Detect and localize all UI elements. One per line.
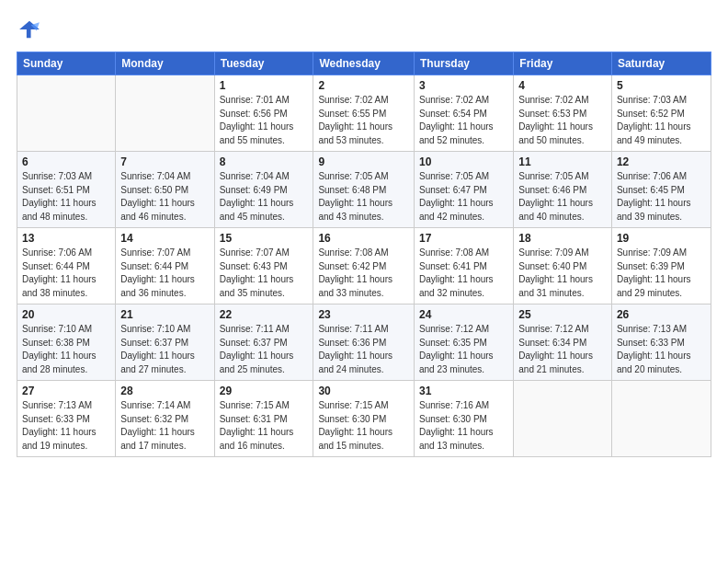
day-info: Sunrise: 7:04 AM Sunset: 6:50 PM Dayligh… [120, 170, 209, 224]
day-info: Sunrise: 7:08 AM Sunset: 6:42 PM Dayligh… [318, 247, 409, 300]
day-info: Sunrise: 7:05 AM Sunset: 6:48 PM Dayligh… [318, 170, 409, 224]
day-info: Sunrise: 7:06 AM Sunset: 6:44 PM Dayligh… [22, 247, 110, 300]
day-info: Sunrise: 7:03 AM Sunset: 6:52 PM Dayligh… [617, 94, 706, 147]
calendar-week-row: 20Sunrise: 7:10 AM Sunset: 6:38 PM Dayli… [17, 304, 711, 381]
logo-icon [17, 17, 42, 42]
calendar-cell: 10Sunrise: 7:05 AM Sunset: 6:47 PM Dayli… [414, 152, 513, 228]
day-info: Sunrise: 7:12 AM Sunset: 6:35 PM Dayligh… [419, 323, 508, 376]
day-number: 19 [617, 232, 706, 245]
day-of-week-header: Sunday [17, 52, 116, 75]
day-of-week-header: Wednesday [313, 52, 415, 75]
day-number: 3 [419, 79, 508, 92]
calendar-cell: 11Sunrise: 7:05 AM Sunset: 6:46 PM Dayli… [514, 152, 612, 228]
day-number: 1 [220, 79, 309, 92]
day-number: 10 [419, 155, 508, 168]
calendar-cell: 15Sunrise: 7:07 AM Sunset: 6:43 PM Dayli… [214, 228, 313, 304]
day-info: Sunrise: 7:07 AM Sunset: 6:43 PM Dayligh… [220, 247, 309, 300]
day-info: Sunrise: 7:13 AM Sunset: 6:33 PM Dayligh… [22, 399, 110, 453]
calendar-cell: 20Sunrise: 7:10 AM Sunset: 6:38 PM Dayli… [17, 304, 116, 381]
calendar-cell: 5Sunrise: 7:03 AM Sunset: 6:52 PM Daylig… [611, 75, 711, 152]
day-info: Sunrise: 7:04 AM Sunset: 6:49 PM Dayligh… [220, 170, 309, 224]
day-number: 24 [419, 308, 508, 321]
day-number: 29 [220, 385, 309, 397]
calendar-cell: 31Sunrise: 7:16 AM Sunset: 6:30 PM Dayli… [414, 381, 513, 457]
calendar-table: SundayMondayTuesdayWednesdayThursdayFrid… [17, 52, 711, 457]
calendar-cell: 28Sunrise: 7:14 AM Sunset: 6:32 PM Dayli… [116, 381, 214, 457]
logo [17, 17, 46, 42]
calendar-week-row: 13Sunrise: 7:06 AM Sunset: 6:44 PM Dayli… [17, 228, 711, 304]
day-info: Sunrise: 7:02 AM Sunset: 6:54 PM Dayligh… [419, 94, 508, 147]
day-number: 23 [318, 308, 409, 321]
calendar-week-row: 1Sunrise: 7:01 AM Sunset: 6:56 PM Daylig… [17, 75, 711, 152]
calendar-cell: 23Sunrise: 7:11 AM Sunset: 6:36 PM Dayli… [313, 304, 415, 381]
calendar-cell: 27Sunrise: 7:13 AM Sunset: 6:33 PM Dayli… [17, 381, 116, 457]
header-row: SundayMondayTuesdayWednesdayThursdayFrid… [17, 52, 711, 75]
day-number: 12 [617, 155, 706, 168]
calendar-header: SundayMondayTuesdayWednesdayThursdayFrid… [17, 52, 711, 75]
day-info: Sunrise: 7:03 AM Sunset: 6:51 PM Dayligh… [22, 170, 110, 224]
day-number: 5 [617, 79, 706, 92]
day-number: 7 [120, 155, 209, 168]
day-number: 6 [22, 155, 110, 168]
calendar-cell: 16Sunrise: 7:08 AM Sunset: 6:42 PM Dayli… [313, 228, 415, 304]
calendar-cell: 12Sunrise: 7:06 AM Sunset: 6:45 PM Dayli… [611, 152, 711, 228]
day-info: Sunrise: 7:06 AM Sunset: 6:45 PM Dayligh… [617, 170, 706, 224]
calendar-cell: 19Sunrise: 7:09 AM Sunset: 6:39 PM Dayli… [611, 228, 711, 304]
calendar-cell: 3Sunrise: 7:02 AM Sunset: 6:54 PM Daylig… [414, 75, 513, 152]
day-info: Sunrise: 7:12 AM Sunset: 6:34 PM Dayligh… [518, 323, 607, 376]
day-number: 2 [318, 79, 409, 92]
day-info: Sunrise: 7:15 AM Sunset: 6:31 PM Dayligh… [220, 399, 309, 453]
calendar-cell: 21Sunrise: 7:10 AM Sunset: 6:37 PM Dayli… [116, 304, 214, 381]
day-info: Sunrise: 7:05 AM Sunset: 6:46 PM Dayligh… [518, 170, 607, 224]
calendar-cell [514, 381, 612, 457]
day-number: 22 [220, 308, 309, 321]
day-number: 20 [22, 308, 110, 321]
calendar-week-row: 6Sunrise: 7:03 AM Sunset: 6:51 PM Daylig… [17, 152, 711, 228]
calendar-cell: 30Sunrise: 7:15 AM Sunset: 6:30 PM Dayli… [313, 381, 415, 457]
day-of-week-header: Saturday [611, 52, 711, 75]
calendar-cell: 24Sunrise: 7:12 AM Sunset: 6:35 PM Dayli… [414, 304, 513, 381]
day-number: 8 [220, 155, 309, 168]
calendar-cell: 8Sunrise: 7:04 AM Sunset: 6:49 PM Daylig… [214, 152, 313, 228]
day-number: 28 [120, 385, 209, 397]
day-of-week-header: Friday [514, 52, 612, 75]
day-info: Sunrise: 7:02 AM Sunset: 6:55 PM Dayligh… [318, 94, 409, 147]
header [17, 17, 711, 42]
day-info: Sunrise: 7:08 AM Sunset: 6:41 PM Dayligh… [419, 247, 508, 300]
calendar-cell: 17Sunrise: 7:08 AM Sunset: 6:41 PM Dayli… [414, 228, 513, 304]
day-info: Sunrise: 7:14 AM Sunset: 6:32 PM Dayligh… [120, 399, 209, 453]
calendar-cell [611, 381, 711, 457]
day-number: 25 [518, 308, 607, 321]
calendar-cell [116, 75, 214, 152]
calendar-cell [17, 75, 116, 152]
day-info: Sunrise: 7:13 AM Sunset: 6:33 PM Dayligh… [617, 323, 706, 376]
day-info: Sunrise: 7:01 AM Sunset: 6:56 PM Dayligh… [220, 94, 309, 147]
day-of-week-header: Monday [116, 52, 214, 75]
day-number: 27 [22, 385, 110, 397]
day-info: Sunrise: 7:11 AM Sunset: 6:36 PM Dayligh… [318, 323, 409, 376]
calendar-cell: 7Sunrise: 7:04 AM Sunset: 6:50 PM Daylig… [116, 152, 214, 228]
day-number: 9 [318, 155, 409, 168]
day-info: Sunrise: 7:10 AM Sunset: 6:37 PM Dayligh… [120, 323, 209, 376]
day-info: Sunrise: 7:02 AM Sunset: 6:53 PM Dayligh… [518, 94, 607, 147]
calendar-cell: 14Sunrise: 7:07 AM Sunset: 6:44 PM Dayli… [116, 228, 214, 304]
calendar-cell: 26Sunrise: 7:13 AM Sunset: 6:33 PM Dayli… [611, 304, 711, 381]
page: SundayMondayTuesdayWednesdayThursdayFrid… [0, 0, 728, 563]
calendar-cell: 29Sunrise: 7:15 AM Sunset: 6:31 PM Dayli… [214, 381, 313, 457]
day-number: 17 [419, 232, 508, 245]
day-number: 15 [220, 232, 309, 245]
day-info: Sunrise: 7:16 AM Sunset: 6:30 PM Dayligh… [419, 399, 508, 453]
day-of-week-header: Thursday [414, 52, 513, 75]
calendar-cell: 9Sunrise: 7:05 AM Sunset: 6:48 PM Daylig… [313, 152, 415, 228]
calendar-cell: 6Sunrise: 7:03 AM Sunset: 6:51 PM Daylig… [17, 152, 116, 228]
calendar-cell: 13Sunrise: 7:06 AM Sunset: 6:44 PM Dayli… [17, 228, 116, 304]
day-of-week-header: Tuesday [214, 52, 313, 75]
day-number: 4 [518, 79, 607, 92]
day-info: Sunrise: 7:10 AM Sunset: 6:38 PM Dayligh… [22, 323, 110, 376]
calendar-cell: 25Sunrise: 7:12 AM Sunset: 6:34 PM Dayli… [514, 304, 612, 381]
day-info: Sunrise: 7:05 AM Sunset: 6:47 PM Dayligh… [419, 170, 508, 224]
calendar-cell: 2Sunrise: 7:02 AM Sunset: 6:55 PM Daylig… [313, 75, 415, 152]
day-number: 14 [120, 232, 209, 245]
calendar-cell: 4Sunrise: 7:02 AM Sunset: 6:53 PM Daylig… [514, 75, 612, 152]
day-info: Sunrise: 7:07 AM Sunset: 6:44 PM Dayligh… [120, 247, 209, 300]
